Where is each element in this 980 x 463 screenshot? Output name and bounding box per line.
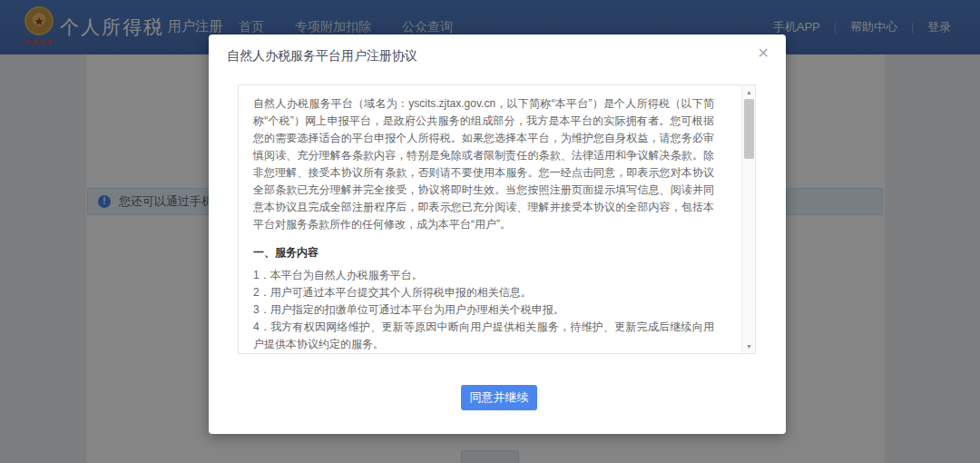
agree-and-continue-button[interactable]: 同意并继续 — [461, 385, 537, 410]
agreement-item: 1．本平台为自然人办税服务平台。 — [253, 267, 714, 284]
dialog-title: 自然人办税服务平台用户注册协议 — [227, 48, 417, 64]
scroll-up-icon[interactable]: ▲ — [742, 86, 756, 98]
agreement-text: 自然人办税服务平台（域名为：yscits.zjtax.gov.cn，以下简称“本… — [239, 85, 741, 353]
registration-agreement-dialog: 自然人办税服务平台用户注册协议 ✕ 自然人办税服务平台（域名为：yscits.z… — [209, 34, 786, 434]
scrollbar-thumb[interactable] — [744, 99, 754, 159]
agreement-section1-title: 一、服务内容 — [253, 244, 714, 261]
agreement-scroll-box: 自然人办税服务平台（域名为：yscits.zjtax.gov.cn，以下简称“本… — [238, 84, 756, 354]
agreement-item: 2．用户可通过本平台提交其个人所得税申报的相关信息。 — [253, 284, 714, 301]
close-icon[interactable]: ✕ — [756, 44, 771, 63]
agreement-item: 4．我方有权因网络维护、更新等原因中断向用户提供相关服务，待维护、更新完成后继续… — [253, 319, 714, 353]
agreement-intro: 自然人办税服务平台（域名为：yscits.zjtax.gov.cn，以下简称“本… — [253, 95, 714, 233]
scrollbar[interactable]: ▲ ▼ — [741, 85, 755, 353]
agreement-item: 3．用户指定的扣缴单位可通过本平台为用户办理相关个税申报。 — [253, 301, 714, 319]
scroll-down-icon[interactable]: ▼ — [742, 340, 756, 352]
